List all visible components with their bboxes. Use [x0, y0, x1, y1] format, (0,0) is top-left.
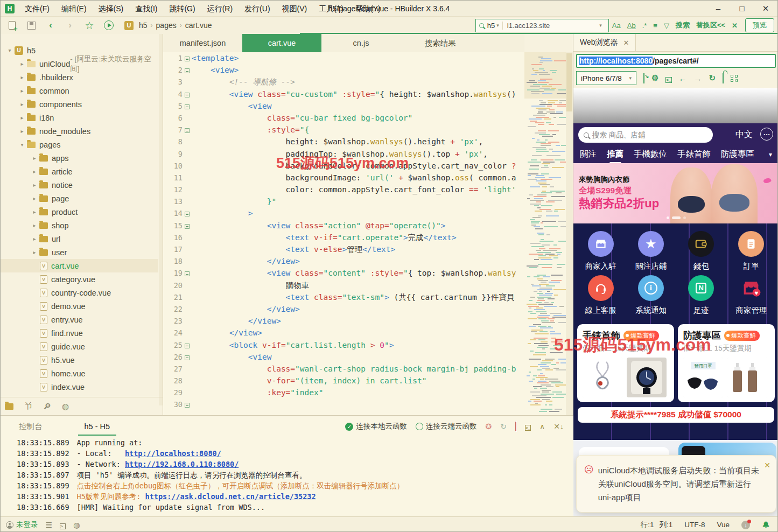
tree-caret-icon[interactable]: ▸ [18, 88, 26, 94]
line-number[interactable]: 23 [163, 315, 183, 327]
maximize-button[interactable]: □ [730, 1, 754, 17]
line-number[interactable]: 16 [163, 232, 183, 243]
device-selector[interactable]: iPhone 6/7/8▾ [576, 71, 636, 85]
editor-tab-cn.js[interactable]: cn.js [321, 34, 401, 52]
menu-item[interactable]: 跳转(G) [163, 1, 201, 17]
fold-marker-icon[interactable] [183, 351, 192, 363]
menu-item[interactable]: 编辑(E) [55, 1, 93, 17]
fold-marker-icon[interactable] [183, 100, 192, 112]
forward-button[interactable]: › [62, 18, 78, 32]
line-number[interactable]: 14 [163, 207, 183, 219]
line-number[interactable]: 1 [163, 52, 183, 64]
tree-caret-icon[interactable]: ▸ [31, 169, 38, 174]
debug-bug-icon[interactable]: ✪ [485, 422, 492, 431]
fold-marker-icon[interactable] [183, 124, 192, 136]
code-line[interactable]: 6 class="cu-bar fixed bg-bgcolor" [163, 112, 524, 124]
folder-tree-item-notice[interactable]: ▸notice [1, 178, 158, 192]
line-number[interactable]: 3 [163, 76, 183, 88]
code-line[interactable]: 30 [163, 398, 524, 410]
nav-back-icon[interactable]: ← [679, 74, 687, 83]
code-line[interactable]: 28 v-for="(item, index) in cart.list" [163, 375, 524, 387]
tree-caret-icon[interactable]: ▸ [18, 128, 26, 134]
app-tab-手機數位[interactable]: 手機數位 [634, 149, 667, 160]
promo-banner[interactable]: 來勢胸胸內衣節 全場S299免運 熱銷夯品2折up [573, 163, 778, 223]
list-icon[interactable]: ≡ [653, 22, 657, 30]
devtools-console-icon[interactable]: >_ [665, 74, 671, 83]
quick-action-關注店鋪[interactable]: ★關注店鋪 [626, 229, 676, 273]
console-link[interactable]: http://localhost:8080/ [125, 449, 221, 458]
product-image-necklace[interactable] [583, 358, 622, 397]
new-file-button[interactable] [4, 18, 20, 32]
preview-button[interactable]: 预览 [745, 18, 774, 32]
line-number[interactable]: 6 [163, 112, 183, 124]
code-line[interactable]: 15 <view class="action" @tap="operate()"… [163, 220, 524, 232]
search-action-button[interactable]: 搜索 [676, 20, 690, 30]
tree-caret-icon[interactable]: ▸ [31, 249, 38, 255]
line-number[interactable]: 17 [163, 243, 183, 255]
folder-tree-item-user[interactable]: ▸user [1, 246, 158, 259]
url-bar[interactable]: http://localhost:8080/pages/cart#/ [576, 54, 776, 68]
line-number[interactable]: 2 [163, 64, 183, 76]
code-line[interactable]: 13 }" [163, 195, 524, 207]
app-search-bar[interactable]: 搜索 商品、店鋪 [578, 127, 713, 143]
file-tree-item-cart.vue[interactable]: Vcart.vue [1, 259, 158, 272]
tree-caret-icon[interactable]: ▸ [31, 182, 38, 188]
editor-tab-cart.vue[interactable]: cart.vue [242, 34, 321, 52]
new-terminal-icon[interactable]: >_ [525, 422, 531, 431]
breadcrumb-item[interactable]: cart.vue [183, 21, 214, 30]
stop-icon[interactable] [515, 422, 516, 431]
menu-item[interactable]: 视图(V) [276, 1, 313, 17]
quick-action-線上客服[interactable]: 線上客服 [576, 273, 626, 317]
folder-tree-item-i18n[interactable]: ▸i18n [1, 111, 158, 124]
line-number[interactable]: 22 [163, 303, 183, 315]
quick-action-商家管理[interactable]: ♥商家管理 [726, 273, 776, 317]
debug-view-icon[interactable]: 兯 [24, 401, 32, 411]
line-number[interactable]: 30 [163, 398, 183, 410]
code-line[interactable]: 2 <view> [163, 64, 524, 76]
code-line[interactable]: 7 :style="{ [163, 124, 524, 136]
line-number[interactable]: 15 [163, 220, 183, 232]
code-line[interactable]: 20 購物車 [163, 279, 524, 291]
menu-item[interactable]: 查找(I) [129, 1, 163, 17]
quick-search-box[interactable]: h5 ▾ i1.acc123.site ▾ [475, 19, 609, 32]
editor-scrollbar[interactable] [566, 52, 573, 415]
fold-marker-icon[interactable] [183, 220, 192, 232]
folder-tree-item-node_modules[interactable]: ▸node_modules [1, 124, 158, 138]
chevron-down-icon[interactable]: ▾ [599, 23, 602, 28]
fold-marker-icon[interactable] [183, 88, 192, 100]
refresh-icon[interactable]: ↻ [709, 73, 716, 83]
code-line[interactable]: 23 </view> [163, 315, 524, 327]
browser-tab[interactable]: Web浏览器 ✕ [573, 34, 636, 51]
code-line[interactable]: 17 <text v-else>管理</text> [163, 243, 524, 255]
close-search-button[interactable]: ✕ [732, 22, 738, 30]
code-line[interactable]: 19 <view class="content" :style="{ top: … [163, 267, 524, 279]
console-link[interactable]: https://ask.dcloud.net.cn/article/35232 [145, 492, 316, 501]
line-number[interactable]: 28 [163, 375, 183, 387]
file-encoding[interactable]: UTF-8 [684, 521, 705, 529]
line-number[interactable]: 12 [163, 184, 183, 195]
cloud-view-icon[interactable]: ◍ [62, 402, 69, 411]
regex-icon[interactable]: .* [642, 22, 647, 30]
breadcrumb-item[interactable]: h5 [137, 21, 150, 30]
sidebar-scrollbar[interactable] [159, 34, 163, 405]
line-number[interactable]: 13 [163, 195, 183, 207]
local-cloud-status[interactable]: ✓连接本地云函数 [345, 422, 407, 431]
file-tree-item-guide.vue[interactable]: Vguide.vue [1, 340, 158, 353]
minimap[interactable] [524, 52, 566, 415]
product-image-bottles[interactable] [727, 358, 767, 397]
tree-caret-icon[interactable]: ▾ [6, 47, 13, 53]
line-number[interactable]: 27 [163, 363, 183, 375]
console-output[interactable]: 18:33:15.889App running at:18:33:15.892-… [1, 437, 573, 513]
unlock-icon[interactable] [723, 74, 724, 83]
line-number[interactable]: 25 [163, 339, 183, 351]
console-link[interactable]: http://192.168.0.110:8080/ [125, 460, 239, 468]
editor-tab-manifest.json[interactable]: manifest.json [163, 34, 242, 52]
chevron-down-icon[interactable]: ▾ [496, 23, 499, 28]
code-line[interactable]: 16 <text v-if="cart.operate">完成</text> [163, 232, 524, 243]
quick-action-系統通知[interactable]: i系統通知 [626, 273, 676, 317]
menu-item[interactable]: 选择(S) [93, 1, 130, 17]
close-button[interactable]: ✕ [754, 1, 777, 17]
line-number[interactable]: 19 [163, 267, 183, 279]
line-number[interactable]: 24 [163, 327, 183, 339]
filter-icon[interactable]: ▽ [664, 22, 669, 30]
